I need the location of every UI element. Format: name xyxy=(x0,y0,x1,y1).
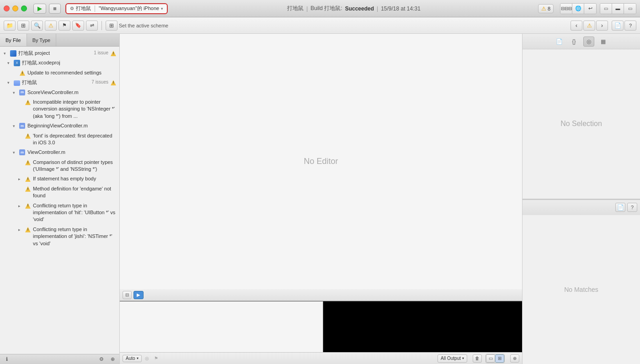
flag-button[interactable]: ⚑ xyxy=(59,21,70,31)
sidebar: By File By Type 打地鼠 project 1 issue xyxy=(0,34,120,364)
help-button[interactable]: ? xyxy=(624,21,636,31)
expand-arrow-icon xyxy=(4,51,8,57)
warning-icon xyxy=(25,133,31,139)
list-item[interactable]: 打地鼠 project 1 issue xyxy=(0,48,119,58)
all-output-dropdown[interactable]: All Output ▾ xyxy=(437,354,467,363)
view-back-button[interactable]: ↩ xyxy=(584,4,596,14)
inspector-tab-code[interactable]: {} xyxy=(569,37,580,47)
inspector-help-button[interactable]: ? xyxy=(627,203,637,212)
tab-by-type[interactable]: By Type xyxy=(27,34,57,46)
auto-dropdown[interactable]: Auto ▾ xyxy=(123,355,142,362)
build-app-name: 打地鼠 xyxy=(287,5,304,12)
auto-label: Auto xyxy=(126,356,135,361)
minimize-button[interactable] xyxy=(12,5,18,11)
nav-back-button[interactable]: ‹ xyxy=(571,21,582,31)
editor-area: No Editor ⊟ ▶ Auto ▾ ◎ ⚑ xyxy=(120,34,522,364)
nav-forward-button[interactable]: › xyxy=(596,21,608,31)
separator1: | xyxy=(306,5,308,12)
scheme-selector[interactable]: ⚙ 打地鼠 "Wangyuanyuan"的 iPhone ▾ xyxy=(65,3,168,14)
issue-text: Comparison of distinct pointer types ('U… xyxy=(33,159,117,173)
mfile-icon: m xyxy=(19,123,26,129)
inspector-tab-circle[interactable]: ◎ xyxy=(583,37,594,47)
right-panel-button[interactable]: ▭ xyxy=(624,4,636,14)
list-item[interactable]: Conflicting return type in implementatio… xyxy=(0,201,119,225)
list-item[interactable]: m BeginningViewController.m xyxy=(0,121,119,131)
run-button[interactable]: ▶ xyxy=(33,4,46,14)
sidebar-bottom-help-button[interactable]: ⊕ xyxy=(108,356,117,363)
scheme-chevron-icon: ▾ xyxy=(161,6,163,11)
warning-toolbar-button[interactable]: ⚠ xyxy=(45,21,57,31)
stop-button[interactable]: ■ xyxy=(49,4,61,14)
view-list-button[interactable]: ⊟⊟⊟ xyxy=(560,4,572,14)
expand-arrow-icon xyxy=(13,123,17,129)
build-label: Build 打地鼠: xyxy=(310,5,342,12)
output-tag-button[interactable]: ▶ xyxy=(133,291,144,299)
all-output-chevron-icon: ▾ xyxy=(462,356,464,360)
main-area: By File By Type 打地鼠 project 1 issue xyxy=(0,34,640,364)
inspector-panel: 📄 {} ◎ ▦ No Selection 📄 ? No Matches xyxy=(522,34,640,364)
close-button[interactable] xyxy=(4,5,10,11)
center-panel-button[interactable]: ▬ xyxy=(612,4,624,14)
issue-text: BeginningViewController.m xyxy=(27,122,117,129)
project-file-icon xyxy=(10,50,16,57)
list-item[interactable]: Update to recommended settings xyxy=(0,68,119,78)
new-file-button[interactable]: 📄 xyxy=(612,21,624,31)
output-up-button[interactable]: ⊟ xyxy=(123,291,132,299)
sidebar-bottom-gear-button[interactable]: ⚙ xyxy=(97,356,106,363)
output-view-single[interactable]: ▭ xyxy=(486,354,495,363)
view-web-button[interactable]: 🌐 xyxy=(572,4,584,14)
issue-text: Method definition for 'endgame' not foun… xyxy=(33,185,117,200)
list-item[interactable]: m ScoreViewController.m xyxy=(0,88,119,97)
expand-arrow-icon xyxy=(18,227,23,233)
add-tab-button[interactable]: ⊞ xyxy=(17,21,29,31)
warning-icon xyxy=(25,159,31,166)
editor-combined-bottom: Auto ▾ ◎ ⚑ All Output ▾ 🗑 ▭ ⊞ ⊕ xyxy=(120,352,522,364)
open-folder-button[interactable]: 📁 xyxy=(4,21,16,31)
issue-text: 打地鼠 project xyxy=(18,50,92,57)
warning-icon xyxy=(110,79,117,86)
grid-view-button[interactable]: ⊞ xyxy=(106,21,117,31)
maximize-button[interactable] xyxy=(21,5,27,11)
search-button[interactable]: 🔍 xyxy=(31,21,43,31)
warning-badge[interactable]: ⚠ 8 xyxy=(538,4,554,13)
list-item[interactable]: 打地鼠 7 issues xyxy=(0,78,119,87)
sidebar-bottom-info-button[interactable]: ℹ xyxy=(3,356,11,363)
list-item[interactable]: Conflicting return type in implementatio… xyxy=(0,225,119,248)
inspector-new-button[interactable]: 📄 xyxy=(615,203,625,212)
build-timestamp: 15/9/18 at 14:31 xyxy=(381,5,421,12)
editor-bottom-flag-button[interactable]: ⚑ xyxy=(153,355,160,362)
list-item[interactable]: If statement has empty body xyxy=(0,174,119,184)
list-item[interactable]: X 打地鼠.xcodeproj xyxy=(0,58,119,68)
list-item[interactable]: 'font' is deprecated: first deprecated i… xyxy=(0,131,119,148)
tab-by-file[interactable]: By File xyxy=(0,34,27,46)
build-status-text: Succeeded xyxy=(345,5,374,12)
inspector-no-matches: No Matches xyxy=(523,215,640,364)
sidebar-bottom-bar: ℹ ⚙ ⊕ xyxy=(0,354,119,364)
output-toolbar: ⊟ ▶ xyxy=(120,289,522,301)
list-item[interactable]: m ViewController.m xyxy=(0,148,119,157)
output-terminal xyxy=(323,301,522,352)
spacer xyxy=(609,21,611,31)
inspector-tab-grid[interactable]: ▦ xyxy=(598,37,609,47)
bookmark-button[interactable]: 🔖 xyxy=(72,21,84,31)
output-view-split[interactable]: ⊞ xyxy=(495,354,504,363)
list-item[interactable]: Comparison of distinct pointer types ('U… xyxy=(0,158,119,174)
output-clear-button[interactable]: ⊕ xyxy=(510,354,519,363)
issue-text: 'font' is deprecated: first deprecated i… xyxy=(33,132,117,147)
warning-icon xyxy=(19,70,26,76)
editor-bottom-circle-button[interactable]: ◎ xyxy=(144,355,151,362)
diff-button[interactable]: ⇌ xyxy=(86,21,98,31)
list-item[interactable]: Method definition for 'endgame' not foun… xyxy=(0,184,119,201)
expand-arrow-icon xyxy=(7,80,12,86)
inspector-tab-file[interactable]: 📄 xyxy=(554,37,565,47)
list-item[interactable]: Incompatible integer to pointer conversi… xyxy=(0,97,119,121)
expand-arrow-icon xyxy=(13,150,17,156)
output-left-panel xyxy=(120,301,323,352)
warning-icon xyxy=(25,99,31,106)
scheme-device: "Wangyuanyuan"的 iPhone xyxy=(99,5,159,12)
left-panel-button[interactable]: ▭ xyxy=(600,4,612,14)
output-trash-button[interactable]: 🗑 xyxy=(473,354,482,363)
panel-toggle-group: ▭ ▬ ▭ xyxy=(600,3,636,14)
warning-nav-button[interactable]: ⚠ xyxy=(583,21,595,31)
expand-arrow-icon xyxy=(7,60,12,66)
